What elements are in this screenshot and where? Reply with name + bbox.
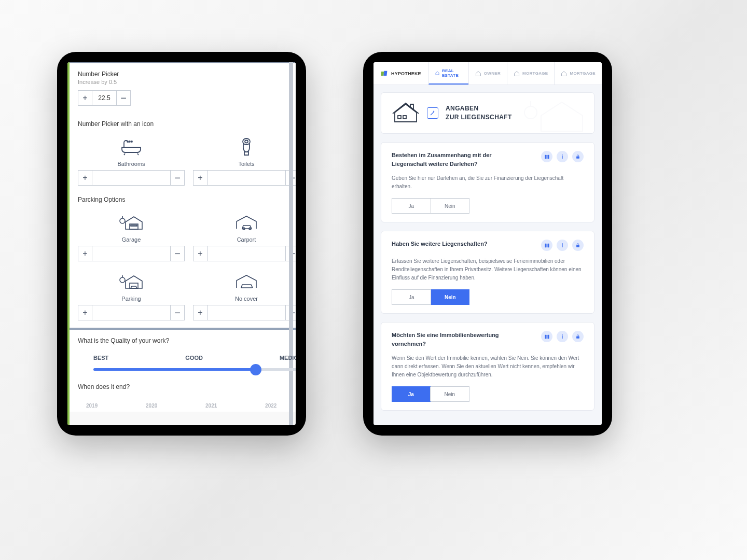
tab-owner[interactable]: OWNER [468, 62, 507, 85]
card-question: Haben Sie weitere Liegenschaften? [392, 240, 488, 248]
info-icon[interactable]: i [557, 331, 568, 342]
nav-tabs: REAL ESTATE OWNER MORTGAGE MORTGAGE [428, 62, 602, 85]
svg-rect-7 [131, 225, 137, 226]
year-label: 2019 [86, 403, 98, 409]
svg-rect-24 [576, 245, 579, 247]
increment-button[interactable]: + [193, 171, 207, 185]
brand-logo-icon [381, 69, 389, 78]
year-label: 2020 [146, 403, 157, 409]
card-question: Bestehen im Zusammenhang mit der Liegens… [392, 151, 527, 168]
top-bar: HYPOTHEKE REAL ESTATE OWNER MORTGAGE MO [374, 62, 602, 85]
tab-mortgage-2[interactable]: MORTGAGE [554, 62, 602, 85]
increment-button[interactable]: + [78, 91, 92, 105]
increment-button[interactable]: + [78, 305, 92, 320]
garage-icon [78, 212, 185, 233]
slider-labels: BEST GOOD MEDIOCRE BAD [93, 355, 296, 361]
quality-slider[interactable] [93, 368, 296, 371]
book-icon[interactable] [541, 151, 552, 162]
picker: + − [78, 246, 185, 261]
increment-button[interactable]: + [78, 171, 92, 185]
section-title: Parcking Options [78, 196, 296, 203]
number-picker-section: Number Picker Increase by 0.5 + − [70, 63, 296, 113]
picker: + − [78, 170, 185, 186]
toggle-yes[interactable]: Ja [392, 386, 431, 402]
section-title: What is the Quality of your work? [78, 337, 296, 344]
question-card: Möchten Sie eine Immobilienbewertung vor… [381, 322, 594, 411]
decrement-button[interactable]: − [117, 91, 130, 105]
hero-title: ANGABEN ZUR LIEGENSCHAFT [446, 104, 512, 122]
number-input[interactable] [207, 305, 286, 320]
number-input[interactable] [92, 91, 117, 105]
edit-icon[interactable] [427, 107, 438, 119]
svg-rect-16 [398, 116, 401, 119]
number-input[interactable] [207, 246, 286, 261]
tab-label: OWNER [484, 71, 501, 76]
toggle-yes[interactable]: Ja [392, 290, 431, 304]
tab-real-estate[interactable]: REAL ESTATE [428, 62, 468, 85]
icon-picker-toilets: Toilets + − [193, 136, 296, 186]
parking-section: Parcking Options Garag [70, 193, 296, 328]
number-input[interactable] [207, 171, 286, 185]
svg-rect-27 [576, 337, 579, 339]
info-icon[interactable]: i [557, 151, 568, 162]
bathtub-icon [78, 136, 185, 158]
lock-icon[interactable] [572, 151, 584, 162]
increment-button[interactable]: + [78, 246, 92, 261]
house-icon [475, 71, 481, 77]
icon-label: Toilets [193, 161, 296, 167]
end-section: When does it end? 2019 2020 2021 2022 20… [70, 374, 296, 412]
brand-label: HYPOTHEKE [391, 71, 421, 76]
svg-point-4 [245, 141, 248, 143]
number-picker: + − [78, 90, 131, 106]
svg-rect-15 [383, 71, 387, 75]
hero-line2: ZUR LIEGENSCHAFT [446, 113, 512, 122]
hero-card: ANGABEN ZUR LIEGENSCHAFT [381, 92, 594, 134]
section-title: Number Picker with an icon [78, 120, 296, 128]
icon-picker-carport: Carport + − [193, 212, 296, 261]
decrement-button[interactable]: − [171, 305, 184, 320]
svg-point-18 [524, 106, 537, 119]
tab-label: MORTGAGE [522, 71, 548, 76]
icon-picker-section: Number Picker with an icon [70, 113, 296, 193]
slider-fill [93, 368, 256, 371]
icon-picker-parking: Parking + − [78, 271, 185, 320]
increment-button[interactable]: + [193, 305, 207, 320]
section-sub: Increase by 0.5 [78, 79, 296, 85]
brand: HYPOTHEKE [374, 62, 428, 85]
house-icon [514, 71, 520, 77]
book-icon[interactable] [541, 240, 552, 251]
number-input[interactable] [92, 171, 171, 185]
book-icon[interactable] [541, 331, 552, 342]
toggle-no[interactable]: Nein [431, 199, 469, 213]
number-input[interactable] [92, 305, 171, 320]
section-title: When does it end? [78, 383, 296, 390]
svg-point-3 [243, 138, 250, 145]
lock-icon[interactable] [572, 240, 584, 251]
svg-point-2 [131, 141, 132, 142]
lock-icon[interactable] [572, 331, 584, 342]
parking-icon [78, 271, 185, 292]
tab-label: REAL ESTATE [442, 68, 462, 78]
picker: + − [193, 246, 296, 261]
no-cover-icon [193, 271, 296, 292]
toggle-yes[interactable]: Ja [392, 199, 431, 213]
year-labels: 2019 2020 2021 2022 2023 LONGER [78, 403, 296, 409]
decrement-button[interactable]: − [171, 171, 184, 185]
toggle-no[interactable]: Nein [431, 289, 470, 305]
increment-button[interactable]: + [193, 246, 207, 261]
svg-rect-25 [545, 334, 546, 338]
info-icon[interactable]: i [557, 240, 568, 251]
number-input[interactable] [92, 246, 171, 261]
decrement-button[interactable]: − [171, 246, 184, 261]
card-question: Möchten Sie eine Immobilienbewertung vor… [392, 331, 527, 348]
tab-mortgage[interactable]: MORTGAGE [507, 62, 555, 85]
card-description: Erfassen Sie weitere Liegenschaften, bei… [392, 257, 584, 282]
scrollbar[interactable] [289, 62, 293, 425]
carport-icon [193, 212, 296, 233]
year-label: 2021 [205, 403, 217, 409]
card-description: Geben Sie hier nur Darlehen an, die Sie … [392, 174, 584, 191]
svg-rect-20 [547, 155, 549, 158]
svg-point-5 [120, 218, 125, 223]
slider-thumb[interactable] [250, 364, 261, 375]
toggle-no[interactable]: Nein [430, 387, 469, 401]
